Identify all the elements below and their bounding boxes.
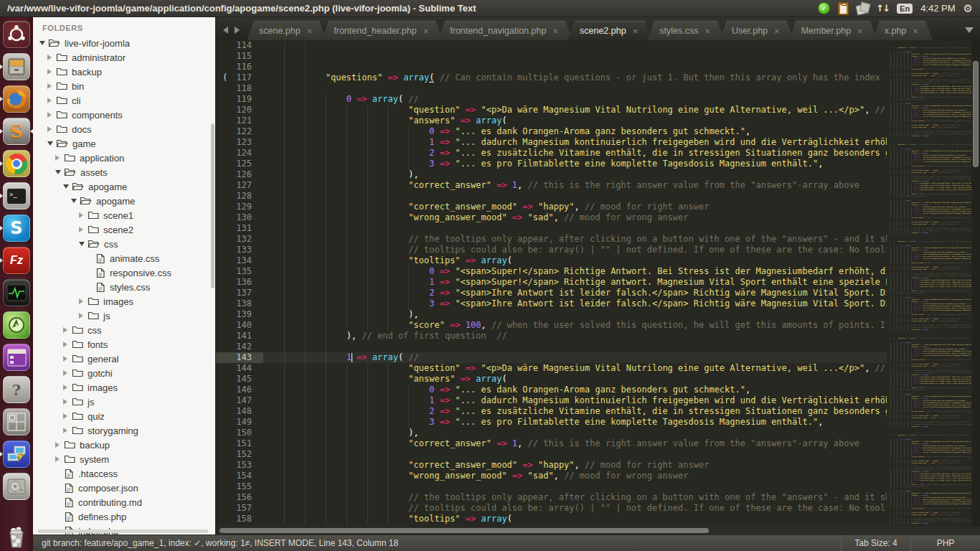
tree-item-contributing.md[interactable]: contributing.md — [33, 495, 215, 509]
tab-frontend_navigation.php[interactable]: frontend_navigation.php× — [438, 21, 573, 40]
collapsed-arrow-icon[interactable] — [79, 298, 83, 304]
expanded-arrow-icon[interactable] — [47, 141, 53, 146]
clipboard-icon[interactable] — [838, 2, 849, 15]
code-line-119[interactable]: 119 0 => array( // — [216, 94, 887, 105]
code-line-140[interactable]: 140 "score" => 100, // when the user sol… — [216, 320, 887, 331]
tree-item-.htaccess[interactable]: .htaccess — [33, 466, 215, 481]
collapsed-arrow-icon[interactable] — [47, 126, 52, 132]
tree-item-animate.css[interactable]: animate.css — [33, 251, 215, 265]
expanded-arrow-icon[interactable] — [39, 41, 45, 45]
tab-User.php[interactable]: User.php× — [720, 21, 794, 40]
code-line-123[interactable]: 123 1 => "... dadurch Magnesium kontinui… — [216, 137, 887, 148]
code-line-133[interactable]: 133 // tooltips could also be: array() |… — [216, 245, 887, 255]
code-line-134[interactable]: 134 "tooltips" => array( — [216, 255, 887, 266]
collapsed-arrow-icon[interactable] — [47, 55, 52, 60]
launcher-firefox[interactable] — [0, 85, 33, 113]
collapsed-arrow-icon[interactable] — [55, 155, 60, 161]
tree-item-backup[interactable]: backup — [33, 65, 215, 79]
tree-item-fonts[interactable]: fonts — [33, 337, 215, 352]
launcher-skype[interactable]: S — [0, 214, 33, 242]
code-line-125[interactable]: 125 3 => "... es pro Filmtablette eine k… — [216, 159, 887, 169]
code-line-155[interactable]: 155 — [216, 481, 887, 492]
launcher-remote-desktop[interactable] — [0, 440, 33, 468]
syntax-selector[interactable]: PHP — [910, 535, 980, 551]
launcher-workspace-switcher[interactable] — [0, 408, 33, 436]
tab-close-icon[interactable]: × — [552, 27, 558, 36]
code-line-129[interactable]: 129 "correct_answer_mood" => "happy", //… — [216, 202, 887, 212]
collapsed-arrow-icon[interactable] — [79, 212, 83, 218]
expanded-arrow-icon[interactable] — [71, 199, 77, 203]
code-line-132[interactable]: 132 // the tooltips only appear, after c… — [216, 234, 887, 245]
code-line-141[interactable]: 141 ), // end of first question // — [216, 331, 887, 342]
collapsed-arrow-icon[interactable] — [47, 83, 52, 89]
tab-styles.css[interactable]: styles.css× — [647, 21, 725, 40]
tree-item-application[interactable]: application — [33, 151, 215, 165]
launcher-chromium[interactable] — [0, 149, 33, 178]
tab-Member.php[interactable]: Member.php× — [789, 21, 877, 40]
tree-item-assets[interactable]: assets — [33, 165, 215, 179]
code-line-138[interactable]: 138 3 => "<span>Ihre Antwort ist leider … — [216, 298, 887, 309]
horizontal-scrollbar[interactable] — [216, 527, 980, 534]
tab-size-indicator[interactable]: Tab Size: 4 — [841, 535, 910, 551]
launcher-filezilla[interactable]: Fz — [0, 246, 33, 275]
code-line-143[interactable]: 143 1 => array( // — [216, 352, 887, 363]
collapsed-arrow-icon[interactable] — [47, 69, 52, 75]
expanded-arrow-icon[interactable] — [55, 170, 61, 174]
launcher-sublime-text[interactable]: S — [0, 117, 33, 146]
code-line-136[interactable]: 136 1 => "<span>Super!</span> Richtige a… — [216, 277, 887, 288]
tree-item-system[interactable]: system — [33, 452, 215, 466]
code-line-130[interactable]: 130 "wrong_answer_mood" => "sad", // moo… — [216, 212, 887, 223]
code-line-124[interactable]: 124 2 => "... es zusätzliche Vitamine en… — [216, 148, 887, 159]
tab-close-icon[interactable]: × — [774, 27, 780, 36]
tree-item-js[interactable]: js — [33, 309, 215, 323]
collapsed-arrow-icon[interactable] — [63, 370, 67, 376]
code-line-144[interactable]: 144 "question" => "<p>Da wäre Magnesium … — [216, 363, 887, 374]
tree-item-scene1[interactable]: scene1 — [33, 208, 215, 222]
tree-item-apogame[interactable]: apogame — [33, 194, 215, 208]
session-gear-icon[interactable]: ⚙ — [963, 2, 973, 15]
tab-scene.php[interactable]: scene.php× — [247, 21, 326, 40]
code-line-156[interactable]: 156 // the tooltips only appear, after c… — [216, 492, 887, 503]
code-line-149[interactable]: 149 3 => "... es pro Filmtablette eine k… — [216, 417, 887, 428]
tree-item-images[interactable]: images — [33, 294, 215, 309]
clock[interactable]: 4:42 PM — [920, 3, 955, 14]
minimap[interactable]: "questions" => array( // Can contain mul… — [887, 40, 971, 527]
code-line-150[interactable]: 150 ), — [216, 428, 887, 438]
launcher-system-monitor[interactable] — [0, 278, 33, 307]
tree-item-css[interactable]: css — [33, 323, 215, 337]
tree-item-live-vifor-joomla[interactable]: live-vifor-joomla — [33, 36, 215, 50]
keyboard-layout-badge[interactable]: En — [897, 4, 913, 14]
notes-icon[interactable] — [857, 3, 868, 14]
launcher-help[interactable]: ? — [0, 375, 33, 404]
collapsed-arrow-icon[interactable] — [63, 342, 67, 347]
launcher-trash[interactable] — [0, 522, 33, 551]
tab-close-icon[interactable]: × — [857, 27, 863, 36]
code-line-148[interactable]: 148 2 => "... es zusätzliche Vitamine en… — [216, 406, 887, 417]
code-line-154[interactable]: 154 "wrong_answer_mood" => "sad", // moo… — [216, 471, 887, 481]
tab-close-icon[interactable]: × — [307, 27, 313, 36]
code-line-157[interactable]: 157 // tooltips could also be: array() |… — [216, 503, 887, 514]
launcher-terminal[interactable]: >_ — [0, 182, 33, 210]
tree-item-scene2[interactable]: scene2 — [33, 222, 215, 237]
tree-item-storygaming[interactable]: storygaming — [33, 423, 215, 438]
code-line-147[interactable]: 147 1 => "... dadurch Magnesium kontinui… — [216, 395, 887, 406]
collapsed-arrow-icon[interactable] — [63, 428, 67, 433]
tree-item-responsive.css[interactable]: responsive.css — [33, 265, 215, 280]
tree-item-defines.php[interactable]: defines.php — [33, 509, 215, 524]
code-line-126[interactable]: 126 ), — [216, 169, 887, 180]
code-line-139[interactable]: 139 ), — [216, 309, 887, 320]
tree-item-general[interactable]: general — [33, 352, 215, 366]
expanded-arrow-icon[interactable] — [79, 242, 85, 246]
code-line-152[interactable]: 152 — [216, 449, 887, 460]
tree-item-js[interactable]: js — [33, 395, 215, 409]
launcher-file-manager[interactable] — [0, 52, 33, 81]
tree-item-bin[interactable]: bin — [33, 79, 215, 93]
collapsed-arrow-icon[interactable] — [55, 456, 60, 462]
tab-frontend_header.php[interactable]: frontend_header.php× — [321, 21, 443, 40]
tab-x.php[interactable]: x.php× — [872, 21, 933, 40]
tree-item-backup[interactable]: backup — [33, 438, 215, 452]
code-line-153[interactable]: 153 "correct_answer_mood" => "happy", //… — [216, 460, 887, 471]
tree-item-cli[interactable]: cli — [33, 93, 215, 108]
tree-item-styles.css[interactable]: styles.css — [33, 280, 215, 294]
tree-item-css[interactable]: css — [33, 237, 215, 251]
